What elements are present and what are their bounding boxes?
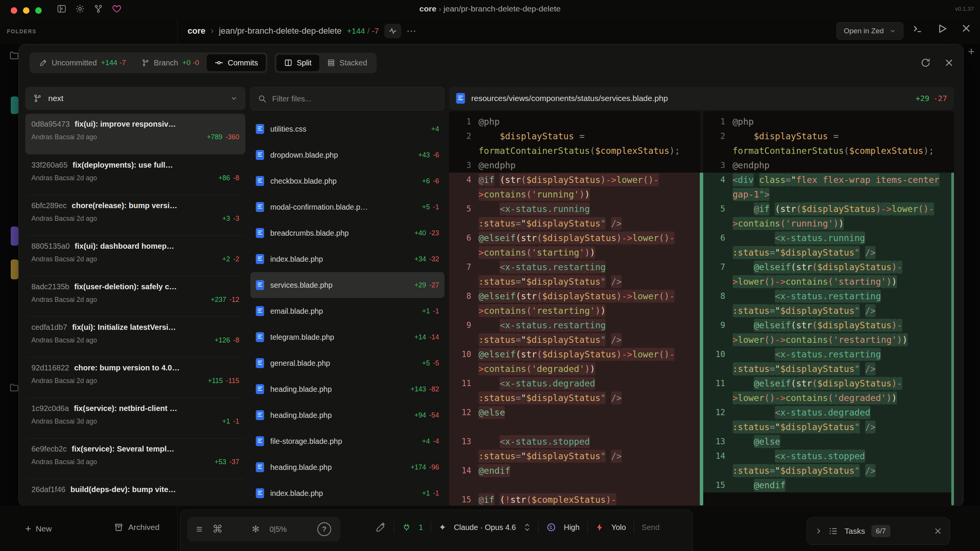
project-thumbnail-purple[interactable] — [11, 227, 18, 246]
archived-button[interactable]: Archived — [114, 523, 160, 532]
close-icon — [944, 58, 954, 68]
file-icon — [256, 332, 264, 342]
chevron-up-down-icon[interactable] — [524, 523, 531, 532]
file-list: utilities.css+4dropdown.blade.php+43-6ch… — [250, 116, 444, 506]
tab-branch[interactable]: Branch +0 -0 — [134, 55, 207, 71]
file-stats: +6-6 — [422, 177, 439, 185]
split-view-icon — [284, 59, 292, 67]
code-line: 15@if (!str($complexStatus)- — [449, 492, 700, 505]
commit-row[interactable]: 8adc2135bfix(user-deletion): safely c…An… — [25, 276, 245, 316]
file-row[interactable]: index.blade.php+1-1 — [250, 480, 444, 506]
project-thumbnail-yellow[interactable] — [11, 259, 18, 279]
commit-row[interactable]: 6e9fecb2cfix(service): Several templ…And… — [25, 438, 245, 479]
file-stats: +34-32 — [414, 255, 439, 263]
commit-row[interactable]: 33f260a65fix(deployments): use full…Andr… — [25, 154, 245, 195]
modal-close-button[interactable] — [944, 58, 954, 68]
pen-sparkle-icon[interactable] — [376, 522, 386, 533]
file-row[interactable]: heading.blade.php+174-96 — [250, 454, 444, 480]
run-play-button[interactable] — [936, 23, 948, 34]
tab-commits[interactable]: Commits — [207, 54, 266, 71]
file-name: services.blade.php — [270, 281, 333, 290]
commit-hash: 8adc2135b — [31, 282, 69, 291]
code-line: 8 <x-status.restarting — [703, 289, 954, 303]
yolo-lightning-icon — [595, 523, 604, 532]
commit-title: fix(service): netbird-client … — [74, 404, 177, 413]
file-name: general.blade.php — [270, 359, 330, 368]
filter-files-input[interactable]: Filter files... — [250, 87, 444, 111]
model-selector[interactable]: Claude · Opus 4.6 — [454, 523, 516, 532]
commit-row[interactable]: 92d116822chore: bump version to 4.0…Andr… — [25, 357, 245, 398]
file-row[interactable]: file-storage.blade.php+4-4 — [250, 428, 444, 454]
file-row[interactable]: utilities.css+4 — [250, 116, 444, 142]
diff-pane-new[interactable]: 1@php2 $displayStatus =formatContainerSt… — [703, 111, 954, 505]
file-row[interactable]: breadcrumbs.blade.php+40-23 — [250, 220, 444, 246]
folder-icon[interactable] — [9, 383, 19, 393]
terminal-button[interactable] — [912, 23, 923, 34]
tasks-close-icon[interactable] — [934, 527, 942, 535]
menu-icon[interactable]: ≡ — [196, 523, 203, 535]
commit-row[interactable]: 6bfc289ecchore(release): bump versi…Andr… — [25, 195, 245, 235]
send-button[interactable]: Send — [642, 523, 660, 532]
file-row[interactable]: general.blade.php+5-5 — [250, 350, 444, 376]
code-line: 13 @else — [703, 434, 954, 449]
new-folder-icon[interactable] — [9, 51, 19, 60]
file-name: modal-confirmation.blade.p… — [270, 203, 368, 212]
commit-row[interactable]: 8805135a0fix(ui): dashboard homep…Andras… — [25, 235, 245, 276]
commit-row[interactable]: 26daf1f46build(deps-dev): bump vite… — [25, 479, 245, 507]
new-workspace-button[interactable]: + New — [25, 523, 52, 535]
activity-pulse-button[interactable] — [384, 24, 401, 38]
commit-stats: +3-3 — [222, 215, 239, 223]
file-row[interactable]: telegram.blade.php+14-14 — [250, 324, 444, 350]
commit-hash: 8805135a0 — [31, 242, 70, 251]
effort-selector[interactable]: High — [564, 523, 580, 532]
branch-selector[interactable]: next — [25, 87, 245, 110]
breadcrumb-repo[interactable]: core — [188, 26, 205, 36]
commit-row[interactable]: 1c92c0d6afix(service): netbird-client …A… — [25, 398, 245, 438]
file-row[interactable]: email.blade.php+1-1 — [250, 298, 444, 324]
tab-stacked[interactable]: Stacked — [319, 55, 375, 71]
file-row[interactable]: modal-confirmation.blade.p…+5-1 — [250, 194, 444, 220]
command-icon[interactable]: ⌘ — [212, 523, 223, 535]
diff-file-added: +29 — [916, 94, 929, 103]
add-tab-button[interactable]: + — [968, 45, 975, 58]
file-name: breadcrumbs.blade.php — [270, 229, 349, 238]
prompt-input-panel[interactable]: ≡ ⌘ ✻ 0|5% ? 1 ✦ Claude · Opus 4.6 High … — [180, 510, 693, 551]
file-stats: +40-23 — [414, 229, 439, 237]
diff-file-header[interactable]: resources/views/components/status/servic… — [449, 87, 954, 110]
diff-scope-tab-group: Uncommitted +144 -7 Branch +0 -0 Commits — [29, 52, 268, 73]
mode-selector[interactable]: Yolo — [611, 523, 626, 532]
plug-icon[interactable] — [402, 523, 411, 532]
diff-pane-old[interactable]: 1@php2 $displayStatus =formatContainerSt… — [449, 111, 700, 505]
tab-commits-label: Commits — [228, 59, 258, 67]
file-stats: +1-1 — [422, 307, 439, 315]
chevron-right-icon[interactable] — [815, 527, 822, 535]
project-thumbnail-teal[interactable] — [11, 96, 18, 114]
file-row[interactable]: heading.blade.php+143-82 — [250, 376, 444, 402]
tab-split[interactable]: Split — [276, 55, 319, 71]
refresh-button[interactable] — [920, 57, 931, 68]
commit-row[interactable]: cedfa1db7fix(ui): Initialize latestVersi… — [25, 316, 245, 357]
file-row[interactable]: dropdown.blade.php+43-6 — [250, 142, 444, 168]
file-row[interactable]: services.blade.php+29-27 — [250, 272, 444, 298]
tasks-card[interactable]: Tasks 6/7 — [807, 517, 950, 545]
openai-icon[interactable]: ✻ — [252, 524, 260, 535]
code-line: :status="$displayStatus" /> — [449, 333, 700, 347]
diff-added-count: +144 — [347, 26, 365, 35]
help-icon[interactable]: ? — [317, 522, 331, 536]
breadcrumb-branch[interactable]: jean/pr-branch-delete-dep-delete — [219, 26, 341, 36]
file-stats: +29-27 — [414, 281, 439, 289]
commit-row[interactable]: 0d8a95473fix(ui): improve responsiv…Andr… — [25, 114, 245, 154]
tab-uncommitted[interactable]: Uncommitted +144 -7 — [31, 55, 134, 71]
code-line: 1@php — [703, 114, 954, 129]
code-line: :status="$displayStatus" /> — [449, 216, 700, 231]
code-line: 13 <x-status.stopped — [449, 434, 700, 449]
file-row[interactable]: checkbox.blade.php+6-6 — [250, 168, 444, 194]
commit-author-date: Andras Bacsai 2d ago — [31, 174, 97, 182]
open-in-zed-button[interactable]: Open in Zed — [836, 22, 903, 40]
code-line: >lower()->contains('restarting')) — [703, 333, 954, 347]
file-row[interactable]: heading.blade.php+94-54 — [250, 402, 444, 428]
file-row[interactable]: index.blade.php+34-32 — [250, 246, 444, 272]
close-workspace-button[interactable] — [961, 23, 972, 34]
tab-uncommitted-added: +144 — [101, 59, 118, 67]
more-options-button[interactable]: ⋯ — [407, 25, 417, 37]
